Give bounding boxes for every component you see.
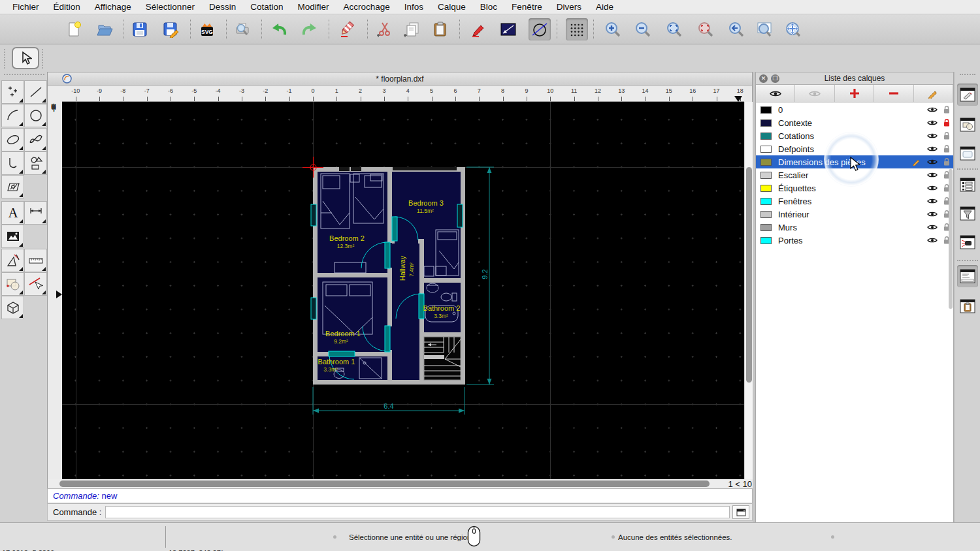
dock-layer-list-button[interactable] [957, 84, 978, 106]
layer-row[interactable]: Contexte [756, 116, 953, 129]
edit-layer-button[interactable] [914, 85, 953, 102]
layer-lock-icon[interactable] [943, 105, 951, 114]
paste-button[interactable] [429, 18, 451, 40]
dock-entity-list-button[interactable] [957, 174, 978, 196]
line-tool-button[interactable] [497, 18, 519, 40]
zoom-out-button[interactable] [632, 18, 654, 40]
canvas-horizontal-scrollbar[interactable]: 1 < 10 [48, 479, 753, 489]
ellipse-tool-button[interactable] [1, 128, 24, 151]
layer-visibility-icon[interactable] [927, 198, 938, 204]
grid-toggle-button[interactable] [566, 18, 588, 40]
polyline-tool-button[interactable] [1, 151, 24, 175]
layer-visibility-icon[interactable] [927, 224, 938, 230]
layer-visibility-icon[interactable] [927, 185, 938, 191]
hide-all-layers-button[interactable] [795, 85, 834, 102]
dock-block-list-button[interactable] [957, 114, 978, 136]
select-entity-tool-button[interactable] [24, 272, 47, 296]
open-file-button[interactable] [93, 18, 116, 40]
scrollbar-thumb[interactable] [746, 167, 752, 383]
layer-lock-icon[interactable] [943, 131, 951, 140]
layer-lock-icon[interactable] [943, 157, 951, 166]
circle-tool-palette-button[interactable] [24, 104, 47, 127]
hatch-tool-button[interactable] [1, 175, 24, 198]
palette-grip[interactable] [4, 74, 44, 75]
polygon-tool-button[interactable] [24, 151, 47, 175]
canvas-vertical-scrollbar[interactable] [744, 102, 753, 479]
copy-button[interactable] [401, 18, 423, 40]
cut-button[interactable] [374, 18, 396, 40]
menu-item[interactable]: Affichage [88, 0, 139, 14]
measure-tool-button[interactable] [24, 249, 47, 272]
menu-item[interactable]: Dessin [202, 0, 243, 14]
layer-row[interactable]: 0 [756, 103, 953, 116]
dimension-tool-button[interactable] [24, 201, 47, 225]
command-keyboard-button[interactable] [732, 505, 749, 519]
layer-visibility-icon[interactable] [927, 237, 938, 244]
zoom-in-button[interactable] [602, 18, 624, 40]
dock-command-line-button[interactable] [957, 265, 978, 287]
arc-tool-button[interactable] [1, 104, 24, 127]
dock-library-browser-button[interactable] [957, 142, 978, 165]
layer-visibility-icon[interactable] [927, 106, 938, 113]
3d-tool-button[interactable] [1, 296, 24, 319]
layer-row[interactable]: Fenêtres [756, 195, 953, 208]
text-tool-button[interactable]: A [1, 201, 24, 225]
toolbar-grip[interactable] [4, 49, 5, 69]
menu-item[interactable]: Édition [46, 0, 88, 14]
zoom-previous-button[interactable] [725, 18, 747, 40]
scrollbar-thumb[interactable] [59, 480, 710, 487]
menu-item[interactable]: Fichier [5, 0, 46, 14]
menu-item[interactable]: Calque [431, 0, 473, 14]
toolbar-grip[interactable] [42, 49, 43, 69]
circle-tool-button[interactable] [529, 18, 551, 40]
add-layer-button[interactable] [835, 85, 874, 102]
layer-visibility-icon[interactable] [927, 146, 938, 152]
layer-lock-icon[interactable] [943, 118, 951, 127]
layer-row[interactable]: Murs [756, 221, 953, 234]
pen-tool-button[interactable] [468, 18, 490, 40]
menu-item[interactable]: Divers [549, 0, 589, 14]
save-as-button[interactable] [160, 18, 182, 40]
print-preview-button[interactable] [231, 18, 253, 40]
points-tool-button[interactable] [1, 80, 24, 104]
document-titlebar[interactable]: * floorplan.dxf [48, 72, 752, 86]
menu-item[interactable]: Aide [589, 0, 621, 14]
draft-tools-button[interactable] [1, 249, 24, 272]
command-input[interactable] [105, 506, 730, 518]
zoom-window-button[interactable] [753, 18, 776, 40]
panel-float-button[interactable]: ❐ [771, 74, 779, 83]
menu-item[interactable]: Accrochage [336, 0, 397, 14]
layer-visibility-icon[interactable] [927, 159, 938, 165]
image-tool-button[interactable] [1, 225, 24, 248]
dock-grip[interactable] [960, 74, 975, 75]
modify-tool-button[interactable] [1, 272, 24, 296]
export-svg-button[interactable]: SVG [196, 18, 218, 40]
zoom-pan-button[interactable] [782, 18, 804, 40]
dock-selection-filter-button[interactable] [957, 202, 978, 225]
redo-button[interactable] [299, 18, 321, 40]
delete-entities-button[interactable] [336, 18, 358, 40]
menu-item[interactable]: Fenêtre [504, 0, 549, 14]
undo-button[interactable] [268, 18, 290, 40]
menu-item[interactable]: Cotation [243, 0, 290, 14]
new-file-button[interactable] [63, 18, 85, 40]
line-tool-palette-button[interactable] [24, 80, 47, 104]
dock-clipboard-button[interactable] [957, 295, 978, 317]
layer-row[interactable]: Portes [756, 234, 953, 247]
layer-lock-icon[interactable] [943, 144, 951, 153]
layer-visibility-icon[interactable] [927, 133, 938, 139]
spline-tool-button[interactable] [24, 128, 47, 151]
menu-item[interactable]: Sélectionner [139, 0, 202, 14]
layer-visibility-icon[interactable] [927, 211, 938, 217]
layer-visibility-icon[interactable] [927, 119, 938, 126]
save-button[interactable] [129, 18, 151, 40]
layers-scrollbar[interactable] [949, 169, 953, 309]
layer-visibility-icon[interactable] [927, 172, 938, 178]
panel-close-button[interactable]: ✕ [759, 74, 768, 83]
menu-item[interactable]: Infos [397, 0, 431, 14]
remove-layer-button[interactable] [874, 85, 913, 102]
show-all-layers-button[interactable] [756, 85, 795, 102]
menu-item[interactable]: Modifier [290, 0, 336, 14]
zoom-selection-button[interactable] [694, 18, 717, 40]
zoom-auto-button[interactable] [663, 18, 685, 40]
